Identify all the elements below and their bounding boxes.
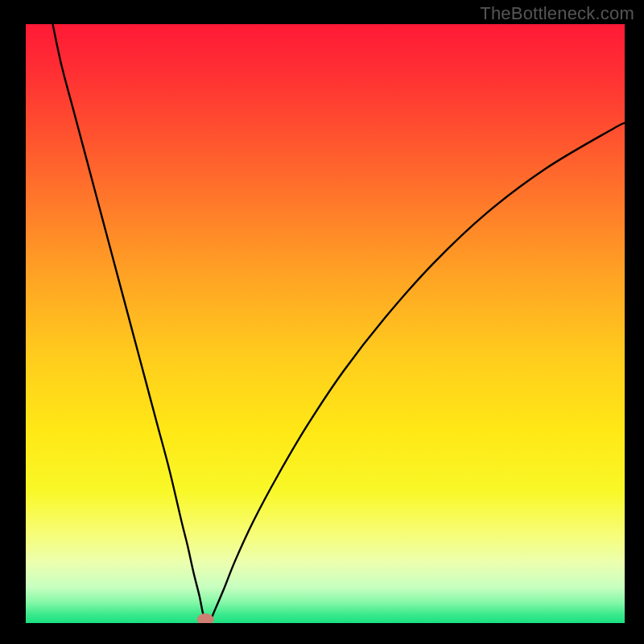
plot-area <box>26 24 625 623</box>
chart-svg <box>26 24 625 623</box>
gradient-background <box>26 24 625 623</box>
chart-container: TheBottleneck.com <box>0 0 644 644</box>
watermark-text: TheBottleneck.com <box>480 3 634 24</box>
